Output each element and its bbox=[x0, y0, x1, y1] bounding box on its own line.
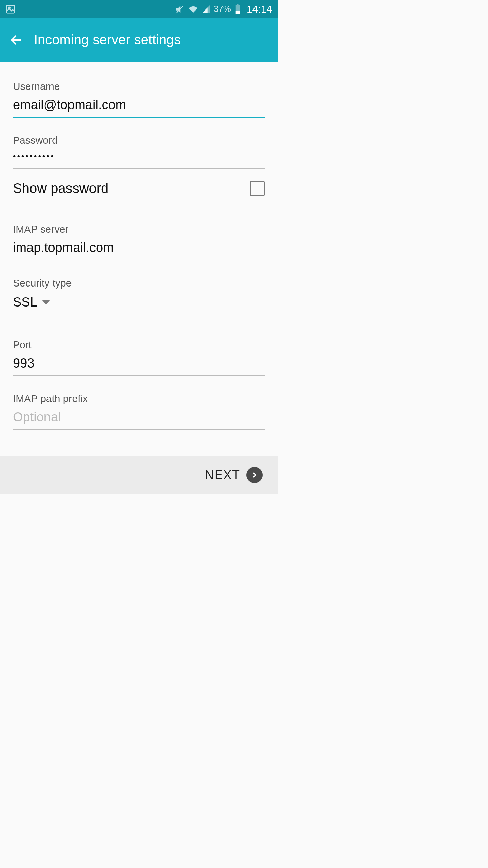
svg-rect-5 bbox=[236, 11, 240, 14]
next-button[interactable]: NEXT bbox=[205, 467, 263, 483]
clock: 14:14 bbox=[247, 3, 272, 15]
battery-percentage: 37% bbox=[214, 4, 231, 14]
security-type-value: SSL bbox=[13, 295, 37, 310]
username-label: Username bbox=[13, 81, 265, 92]
username-field[interactable] bbox=[13, 96, 265, 118]
imap-path-prefix-field[interactable] bbox=[13, 408, 265, 430]
next-label: NEXT bbox=[205, 468, 240, 482]
imap-server-field[interactable] bbox=[13, 238, 265, 260]
show-password-row[interactable]: Show password bbox=[0, 169, 278, 211]
app-bar: Incoming server settings bbox=[0, 18, 278, 62]
imap-server-label: IMAP server bbox=[13, 223, 265, 235]
image-notification-icon bbox=[5, 4, 16, 14]
status-bar: 37% 14:14 bbox=[0, 0, 278, 18]
wifi-icon bbox=[188, 4, 199, 14]
show-password-label: Show password bbox=[13, 181, 108, 196]
imap-path-prefix-label: IMAP path prefix bbox=[13, 393, 265, 405]
chevron-right-icon bbox=[246, 467, 263, 483]
show-password-checkbox[interactable] bbox=[250, 181, 265, 196]
page-title: Incoming server settings bbox=[34, 32, 181, 47]
svg-rect-3 bbox=[237, 4, 238, 5]
footer-bar: NEXT bbox=[0, 456, 278, 494]
form-container: Username Password Show password IMAP ser… bbox=[0, 62, 278, 430]
port-label: Port bbox=[13, 339, 265, 351]
svg-rect-0 bbox=[7, 5, 15, 13]
password-field[interactable] bbox=[13, 150, 265, 169]
password-label: Password bbox=[13, 135, 265, 146]
security-type-dropdown[interactable]: SSL bbox=[13, 292, 265, 312]
port-field[interactable] bbox=[13, 354, 265, 376]
mute-icon bbox=[175, 4, 185, 14]
chevron-down-icon bbox=[42, 300, 50, 305]
back-button[interactable] bbox=[9, 33, 23, 47]
security-type-label: Security type bbox=[13, 277, 265, 289]
signal-icon bbox=[201, 4, 211, 14]
battery-icon bbox=[235, 4, 241, 14]
